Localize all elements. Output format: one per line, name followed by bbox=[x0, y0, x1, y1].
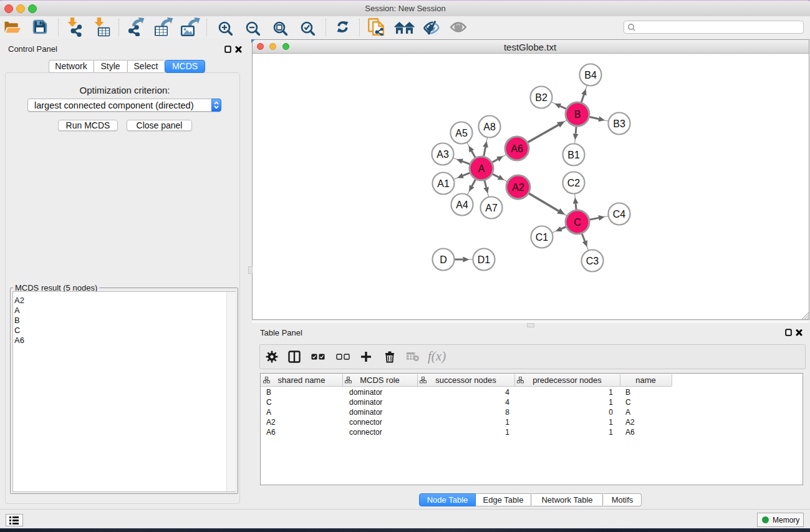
svg-text:B4: B4 bbox=[584, 70, 597, 80]
svg-text:B2: B2 bbox=[535, 92, 547, 103]
svg-text:A: A bbox=[478, 163, 485, 174]
svg-text:A3: A3 bbox=[436, 149, 449, 160]
svg-text:A6: A6 bbox=[511, 143, 523, 154]
svg-text:B: B bbox=[574, 109, 581, 120]
svg-text:A1: A1 bbox=[437, 178, 450, 189]
svg-text:C3: C3 bbox=[586, 256, 599, 266]
svg-text:A8: A8 bbox=[483, 122, 496, 132]
svg-text:B3: B3 bbox=[613, 118, 625, 129]
svg-text:C1: C1 bbox=[536, 232, 549, 243]
svg-text:A5: A5 bbox=[455, 128, 468, 138]
svg-text:D: D bbox=[440, 254, 447, 265]
svg-text:C4: C4 bbox=[613, 209, 626, 220]
svg-text:A2: A2 bbox=[512, 182, 524, 193]
svg-text:A7: A7 bbox=[485, 203, 498, 213]
svg-text:C2: C2 bbox=[567, 178, 581, 188]
svg-text:A4: A4 bbox=[456, 200, 468, 210]
svg-text:D1: D1 bbox=[478, 254, 491, 265]
svg-text:B1: B1 bbox=[567, 150, 580, 160]
svg-text:C: C bbox=[574, 217, 581, 228]
